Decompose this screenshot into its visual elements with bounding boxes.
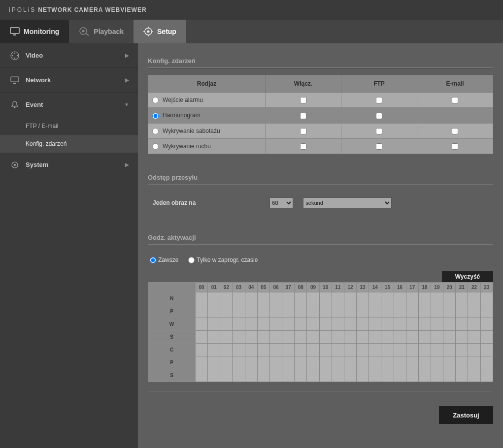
schedule-cell[interactable] bbox=[295, 292, 307, 305]
schedule-cell[interactable] bbox=[357, 318, 369, 331]
nav-playback[interactable]: Playback bbox=[69, 20, 134, 43]
schedule-cell[interactable] bbox=[381, 344, 394, 356]
schedule-cell[interactable] bbox=[282, 356, 295, 369]
schedule-cell[interactable] bbox=[319, 292, 332, 305]
schedule-cell[interactable] bbox=[282, 369, 295, 382]
schedule-cell[interactable] bbox=[468, 292, 480, 305]
schedule-cell[interactable] bbox=[394, 369, 406, 382]
ftp-checkbox[interactable] bbox=[376, 113, 382, 119]
schedule-cell[interactable] bbox=[220, 292, 233, 305]
schedule-cell[interactable] bbox=[245, 318, 257, 331]
schedule-cell[interactable] bbox=[369, 344, 381, 356]
schedule-cell[interactable] bbox=[406, 344, 418, 356]
schedule-cell[interactable] bbox=[344, 305, 356, 318]
row-radio[interactable] bbox=[152, 113, 159, 119]
sidebar-item-event[interactable]: Event ▼ bbox=[0, 93, 138, 117]
sidebar-item-network[interactable]: Network ▶ bbox=[0, 68, 138, 93]
schedule-cell[interactable] bbox=[431, 292, 443, 305]
schedule-cell[interactable] bbox=[233, 344, 245, 356]
schedule-cell[interactable] bbox=[468, 331, 480, 344]
schedule-cell[interactable] bbox=[480, 344, 493, 356]
schedule-cell[interactable] bbox=[406, 305, 418, 318]
schedule-cell[interactable] bbox=[257, 369, 269, 382]
schedule-cell[interactable] bbox=[257, 292, 269, 305]
row-radio[interactable] bbox=[152, 143, 159, 150]
schedule-cell[interactable] bbox=[307, 369, 319, 382]
schedule-cell[interactable] bbox=[332, 305, 344, 318]
schedule-cell[interactable] bbox=[418, 318, 431, 331]
schedule-cell[interactable] bbox=[357, 305, 369, 318]
schedule-cell[interactable] bbox=[319, 344, 332, 356]
schedule-cell[interactable] bbox=[332, 356, 344, 369]
schedule-cell[interactable] bbox=[431, 369, 443, 382]
email-checkbox[interactable] bbox=[452, 143, 458, 150]
enable-checkbox[interactable] bbox=[300, 113, 306, 119]
schedule-cell[interactable] bbox=[245, 305, 257, 318]
schedule-cell[interactable] bbox=[196, 318, 208, 331]
schedule-cell[interactable] bbox=[295, 356, 307, 369]
schedule-cell[interactable] bbox=[394, 344, 406, 356]
enable-checkbox[interactable] bbox=[300, 128, 306, 134]
schedule-cell[interactable] bbox=[431, 356, 443, 369]
schedule-cell[interactable] bbox=[282, 318, 295, 331]
schedule-cell[interactable] bbox=[418, 292, 431, 305]
schedule-cell[interactable] bbox=[468, 305, 480, 318]
schedule-cell[interactable] bbox=[208, 292, 220, 305]
schedule-cell[interactable] bbox=[456, 292, 468, 305]
row-radio[interactable] bbox=[152, 128, 159, 134]
schedule-cell[interactable] bbox=[456, 344, 468, 356]
schedule-cell[interactable] bbox=[406, 292, 418, 305]
schedule-cell[interactable] bbox=[468, 318, 480, 331]
email-checkbox[interactable] bbox=[452, 97, 458, 103]
schedule-cell[interactable] bbox=[196, 331, 208, 344]
schedule-cell[interactable] bbox=[196, 305, 208, 318]
apply-button[interactable]: Zastosuj bbox=[439, 406, 493, 424]
schedule-cell[interactable] bbox=[208, 318, 220, 331]
schedule-cell[interactable] bbox=[480, 369, 493, 382]
ftp-checkbox[interactable] bbox=[376, 128, 382, 134]
schedule-cell[interactable] bbox=[332, 292, 344, 305]
schedule-cell[interactable] bbox=[418, 369, 431, 382]
schedule-cell[interactable] bbox=[319, 305, 332, 318]
schedule-cell[interactable] bbox=[431, 305, 443, 318]
schedule-cell[interactable] bbox=[196, 344, 208, 356]
schedule-cell[interactable] bbox=[233, 369, 245, 382]
schedule-cell[interactable] bbox=[468, 344, 480, 356]
schedule-cell[interactable] bbox=[431, 318, 443, 331]
row-radio[interactable] bbox=[152, 97, 159, 103]
schedule-cell[interactable] bbox=[394, 318, 406, 331]
schedule-cell[interactable] bbox=[295, 305, 307, 318]
schedule-cell[interactable] bbox=[319, 356, 332, 369]
schedule-cell[interactable] bbox=[208, 305, 220, 318]
ftp-checkbox[interactable] bbox=[376, 97, 382, 103]
schedule-cell[interactable] bbox=[369, 318, 381, 331]
interval-value-select[interactable]: 60 bbox=[269, 197, 293, 208]
schedule-cell[interactable] bbox=[196, 356, 208, 369]
nav-setup[interactable]: Setup bbox=[134, 20, 186, 43]
schedule-cell[interactable] bbox=[208, 369, 220, 382]
sidebar-item-system[interactable]: System ▶ bbox=[0, 153, 138, 177]
schedule-cell[interactable] bbox=[344, 344, 356, 356]
schedule-cell[interactable] bbox=[406, 318, 418, 331]
schedule-cell[interactable] bbox=[233, 331, 245, 344]
schedule-cell[interactable] bbox=[269, 318, 282, 331]
schedule-cell[interactable] bbox=[381, 356, 394, 369]
schedule-cell[interactable] bbox=[269, 331, 282, 344]
schedule-cell[interactable] bbox=[233, 356, 245, 369]
schedule-cell[interactable] bbox=[431, 344, 443, 356]
schedule-cell[interactable] bbox=[418, 344, 431, 356]
schedule-cell[interactable] bbox=[357, 331, 369, 344]
schedule-cell[interactable] bbox=[443, 356, 456, 369]
schedule-cell[interactable] bbox=[443, 369, 456, 382]
schedule-cell[interactable] bbox=[307, 292, 319, 305]
schedule-cell[interactable] bbox=[344, 356, 356, 369]
sidebar-item-video[interactable]: Video ▶ bbox=[0, 43, 138, 68]
schedule-cell[interactable] bbox=[369, 369, 381, 382]
nav-monitoring[interactable]: Monitoring bbox=[0, 20, 69, 43]
schedule-cell[interactable] bbox=[381, 369, 394, 382]
schedule-cell[interactable] bbox=[269, 305, 282, 318]
schedule-cell[interactable] bbox=[220, 356, 233, 369]
sidebar-sub-ftp-email[interactable]: FTP / E-mail bbox=[0, 117, 138, 135]
schedule-cell[interactable] bbox=[245, 292, 257, 305]
schedule-cell[interactable] bbox=[220, 344, 233, 356]
